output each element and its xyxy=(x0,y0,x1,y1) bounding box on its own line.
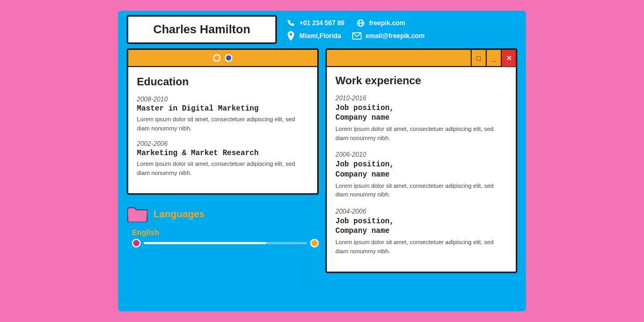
languages-title: Languages xyxy=(153,209,204,220)
lang-name-english: English xyxy=(132,228,319,237)
right-panel: □ _ ✕ Work experience 2010-2016 Job posi… xyxy=(325,48,517,303)
location-icon xyxy=(286,31,296,41)
location-text: Miami,Florida xyxy=(299,32,341,40)
main-content: Education 2008-2010 Master in Digital Ma… xyxy=(118,48,526,311)
work-position-3: Job position,Company name xyxy=(335,216,507,236)
lang-bar-dot-end xyxy=(310,239,319,247)
lang-bar-dot-start xyxy=(132,239,141,247)
lang-bar xyxy=(144,242,307,244)
location-contact: Miami,Florida xyxy=(286,31,341,41)
education-title: Education xyxy=(137,76,309,88)
education-window: Education 2008-2010 Master in Digital Ma… xyxy=(127,48,319,195)
candidate-name: Charles Hamilton xyxy=(153,23,251,36)
folder-icon xyxy=(127,206,148,223)
email-text: email@freepik.com xyxy=(365,32,425,40)
phone-icon xyxy=(286,18,296,28)
close-button[interactable]: ✕ xyxy=(501,49,516,67)
work-item-3: 2004-2006 Job position,Company name Lore… xyxy=(335,208,507,255)
website-text: freepik.com xyxy=(369,19,405,27)
edu-year-2: 2002-2006 xyxy=(137,140,309,148)
circle-filled xyxy=(225,54,232,62)
lang-header: Languages xyxy=(127,206,319,223)
work-year-2: 2006-2010 xyxy=(335,151,507,158)
work-content: Work experience 2010-2016 Job position,C… xyxy=(327,67,516,272)
edu-item-1: 2008-2010 Master in Digital Marketing Lo… xyxy=(137,96,309,133)
work-year-3: 2004-2006 xyxy=(335,208,507,215)
left-panel: Education 2008-2010 Master in Digital Ma… xyxy=(127,48,319,303)
work-titlebar: □ _ ✕ xyxy=(327,50,516,67)
education-content: Education 2008-2010 Master in Digital Ma… xyxy=(128,67,317,193)
work-desc-2: Lorem ipsum dolor sit amet, consectetuer… xyxy=(335,181,507,199)
contact-row-top: +01 234 567 89 freepik.com xyxy=(286,18,517,28)
phone-contact: +01 234 567 89 xyxy=(286,18,345,28)
email-icon xyxy=(352,31,362,41)
website-contact: freepik.com xyxy=(355,18,405,28)
edu-degree-2: Marketing & Market Research xyxy=(137,149,309,157)
work-position-2: Job position,Company name xyxy=(335,159,507,179)
header: Charles Hamilton +01 234 567 89 xyxy=(118,11,526,48)
edu-item-2: 2002-2006 Marketing & Market Research Lo… xyxy=(137,140,309,177)
edu-year-1: 2008-2010 xyxy=(137,96,309,103)
circle-empty xyxy=(213,54,221,62)
lang-bar-container xyxy=(132,239,319,247)
languages-section: Languages English xyxy=(127,200,319,253)
globe-icon xyxy=(355,18,366,28)
work-title: Work experience xyxy=(335,75,507,87)
edu-degree-1: Master in Digital Marketing xyxy=(137,104,309,113)
work-year-1: 2010-2016 xyxy=(335,94,507,102)
resume-container: Charles Hamilton +01 234 567 89 xyxy=(118,11,526,311)
work-item-1: 2010-2016 Job position,Company name Lore… xyxy=(335,94,507,142)
edu-desc-1: Lorem ipsum dolor sit amet, consectetuer… xyxy=(137,115,309,133)
work-window: □ _ ✕ Work experience 2010-2016 Job posi… xyxy=(325,48,517,273)
lang-bar-fill xyxy=(144,242,266,244)
education-titlebar xyxy=(128,50,317,67)
work-desc-3: Lorem ipsum dolor sit amet, consectetuer… xyxy=(335,238,507,255)
name-box: Charles Hamilton xyxy=(127,15,277,44)
maximize-button[interactable]: □ xyxy=(471,49,486,67)
minimize-button[interactable]: _ xyxy=(486,49,501,67)
work-item-2: 2006-2010 Job position,Company name Lore… xyxy=(335,151,507,199)
phone-text: +01 234 567 89 xyxy=(299,19,345,27)
work-desc-1: Lorem ipsum dolor sit amet, consectetuer… xyxy=(335,125,507,142)
contact-info: +01 234 567 89 freepik.com xyxy=(286,15,517,44)
edu-desc-2: Lorem ipsum dolor sit amet, consectetuer… xyxy=(137,159,309,177)
lang-item-english: English xyxy=(132,228,319,247)
email-contact: email@freepik.com xyxy=(352,31,425,41)
contact-row-bottom: Miami,Florida email@freepik.com xyxy=(286,31,517,41)
work-position-1: Job position,Company name xyxy=(335,103,507,122)
